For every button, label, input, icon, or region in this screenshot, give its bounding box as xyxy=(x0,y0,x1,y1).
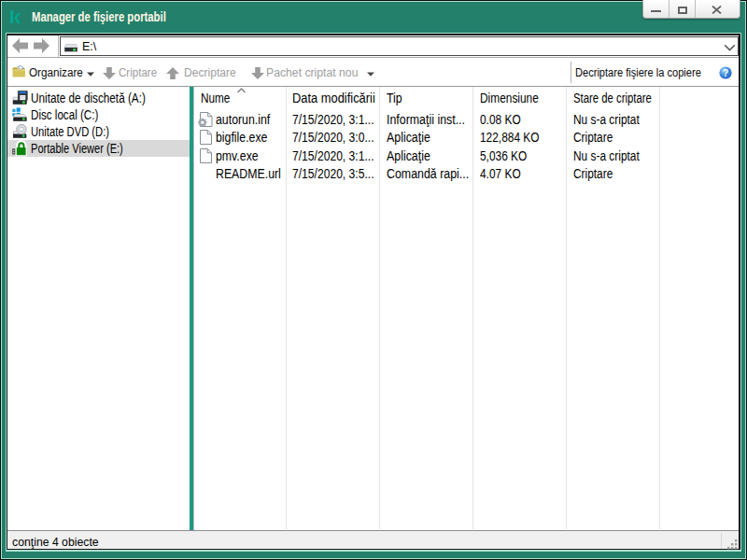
svg-text:?: ? xyxy=(723,68,728,78)
